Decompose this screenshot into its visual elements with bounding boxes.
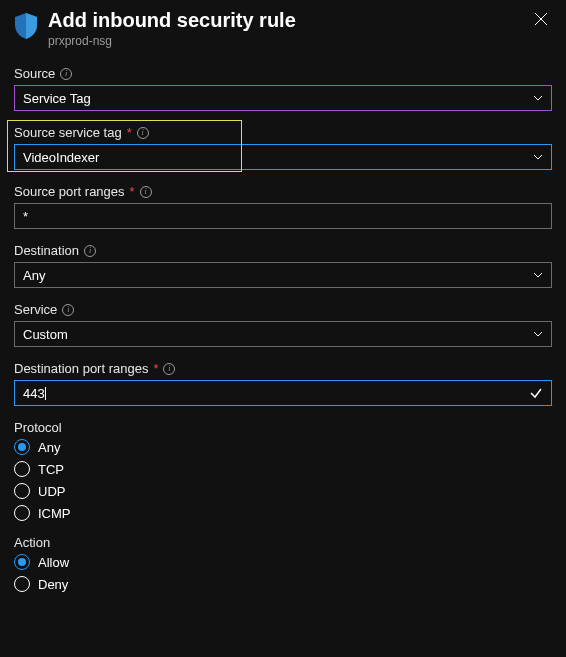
dest-ports-value: 443 (23, 386, 46, 401)
service-select[interactable]: Custom (14, 321, 552, 347)
label-service-tag: Source service tag (14, 125, 122, 140)
destination-select[interactable]: Any (14, 262, 552, 288)
action-option-deny[interactable]: Deny (14, 576, 552, 592)
action-radio-group: AllowDeny (14, 554, 552, 592)
required-asterisk: * (127, 125, 132, 140)
service-value: Custom (23, 327, 68, 342)
checkmark-icon (529, 386, 543, 400)
panel-title: Add inbound security rule (48, 8, 520, 32)
field-protocol: Protocol AnyTCPUDPICMP (14, 420, 552, 521)
info-icon[interactable]: i (60, 68, 72, 80)
shield-icon (14, 12, 38, 40)
source-value: Service Tag (23, 91, 91, 106)
field-service-tag: Source service tag * i VideoIndexer (14, 125, 552, 170)
label-protocol: Protocol (14, 420, 62, 435)
protocol-option-icmp[interactable]: ICMP (14, 505, 552, 521)
service-tag-value: VideoIndexer (23, 150, 99, 165)
radio-label: TCP (38, 462, 64, 477)
chevron-down-icon (533, 152, 543, 162)
radio-label: Allow (38, 555, 69, 570)
add-inbound-rule-panel: Add inbound security rule prxprod-nsg So… (0, 0, 566, 614)
required-asterisk: * (153, 361, 158, 376)
service-tag-select[interactable]: VideoIndexer (14, 144, 552, 170)
label-source: Source (14, 66, 55, 81)
protocol-option-any[interactable]: Any (14, 439, 552, 455)
field-action: Action AllowDeny (14, 535, 552, 592)
protocol-radio-group: AnyTCPUDPICMP (14, 439, 552, 521)
panel-subtitle: prxprod-nsg (48, 34, 520, 48)
field-service: Service i Custom (14, 302, 552, 347)
source-select[interactable]: Service Tag (14, 85, 552, 111)
label-service: Service (14, 302, 57, 317)
label-destination: Destination (14, 243, 79, 258)
chevron-down-icon (533, 270, 543, 280)
required-asterisk: * (130, 184, 135, 199)
action-option-allow[interactable]: Allow (14, 554, 552, 570)
protocol-option-udp[interactable]: UDP (14, 483, 552, 499)
info-icon[interactable]: i (140, 186, 152, 198)
header: Add inbound security rule prxprod-nsg (14, 8, 552, 48)
info-icon[interactable]: i (137, 127, 149, 139)
label-dest-ports: Destination port ranges (14, 361, 148, 376)
info-icon[interactable]: i (84, 245, 96, 257)
destination-value: Any (23, 268, 45, 283)
field-dest-ports: Destination port ranges * i 443 (14, 361, 552, 406)
radio-label: UDP (38, 484, 65, 499)
chevron-down-icon (533, 329, 543, 339)
source-ports-input[interactable]: * (14, 203, 552, 229)
radio-label: Deny (38, 577, 68, 592)
radio-icon (14, 576, 30, 592)
chevron-down-icon (533, 93, 543, 103)
label-source-ports: Source port ranges (14, 184, 125, 199)
dest-ports-input[interactable]: 443 (14, 380, 552, 406)
radio-label: Any (38, 440, 60, 455)
radio-icon (14, 483, 30, 499)
info-icon[interactable]: i (163, 363, 175, 375)
field-source: Source i Service Tag (14, 66, 552, 111)
radio-label: ICMP (38, 506, 71, 521)
close-button[interactable] (530, 8, 552, 34)
protocol-option-tcp[interactable]: TCP (14, 461, 552, 477)
field-source-ports: Source port ranges * i * (14, 184, 552, 229)
radio-icon (14, 439, 30, 455)
info-icon[interactable]: i (62, 304, 74, 316)
radio-icon (14, 554, 30, 570)
radio-icon (14, 505, 30, 521)
field-destination: Destination i Any (14, 243, 552, 288)
label-action: Action (14, 535, 50, 550)
radio-icon (14, 461, 30, 477)
source-ports-value: * (23, 209, 28, 224)
